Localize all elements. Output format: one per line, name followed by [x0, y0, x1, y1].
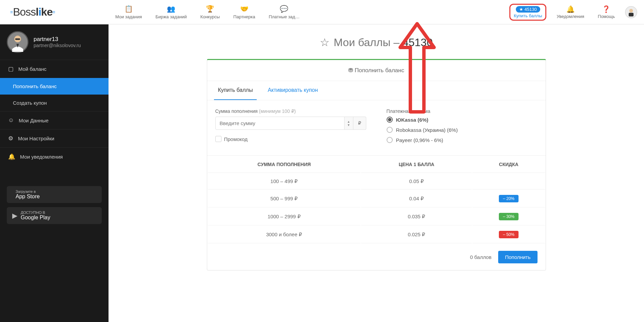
payment-label: Payeer (0,96% - 6%): [396, 137, 443, 143]
cell-discount: – 20%: [472, 190, 545, 207]
discount-badge: – 30%: [499, 213, 519, 220]
radio-icon: [387, 127, 393, 133]
discount-badge: – 50%: [499, 231, 519, 238]
nav-label: Мои задания: [115, 14, 142, 19]
main-nav: 📋 Мои задания 👥 Биржа заданий 🏆 Конкурсы…: [109, 0, 509, 24]
profile-email: partner@niksolovov.ru: [34, 43, 81, 48]
sidebar-label: Мои Данные: [19, 118, 48, 123]
bell-icon: 🔔: [8, 153, 15, 160]
radio-icon: [387, 137, 393, 143]
sidebar-item-topup[interactable]: Пополнить баланс: [0, 78, 109, 95]
play-icon: ▶: [12, 212, 17, 220]
avatar-icon: [8, 32, 27, 52]
store-hint: Загрузите в: [16, 189, 40, 194]
googleplay-badge[interactable]: ▶ ДОСТУПНО ВGoogle Play: [7, 207, 102, 224]
promo-label: Промокод: [224, 136, 248, 142]
topup-button[interactable]: Пополнить: [498, 251, 537, 263]
people-icon: 👥: [167, 5, 175, 13]
gear-icon: ⚙: [8, 135, 13, 142]
cell-amount: 3000 и более ₽: [208, 226, 361, 243]
card-header: ⛃ Пополнить баланс: [207, 60, 546, 81]
checkbox-icon: [215, 136, 221, 142]
discount-badge: – 20%: [499, 195, 519, 202]
nav-label: Биржа заданий: [156, 14, 187, 19]
chat-money-icon: 💬: [280, 5, 288, 13]
appstore-badge[interactable]: Загрузите вApp Store: [7, 186, 102, 203]
form-section: Сумма пополнения (минимум 100 ₽) ▲▼ ₽ Пр…: [207, 100, 546, 156]
payment-option-payeer[interactable]: Payeer (0,96% - 6%): [387, 137, 538, 143]
card-header-text: Пополнить баланс: [355, 67, 404, 74]
top-header: = Bosslike = 📋 Мои задания 👥 Биржа задан…: [0, 0, 644, 24]
avatar-menu[interactable]: [625, 6, 637, 18]
sidebar-item-notifications[interactable]: 🔔 Мои уведомления: [0, 147, 109, 166]
content-card: ⛃ Пополнить баланс Купить баллы Активиро…: [207, 59, 546, 270]
amount-label: Сумма пополнения (минимум 100 ₽): [215, 108, 366, 114]
store-hint: ДОСТУПНО В: [21, 210, 50, 215]
nav-my-tasks[interactable]: 📋 Мои задания: [109, 0, 149, 24]
currency-label: ₽: [353, 117, 366, 130]
sidebar-item-my-data[interactable]: ☺ Мои Данные: [0, 111, 109, 129]
main-content: ☆ Мои баллы – 45130 ⛃ Пополнить баланс К…: [109, 24, 644, 322]
cell-price: 0.05 ₽: [361, 174, 472, 189]
amount-input[interactable]: [215, 117, 345, 130]
cell-price: 0.035 ₽: [361, 208, 472, 225]
svg-rect-5: [15, 38, 20, 40]
points-value: 45130: [525, 7, 537, 12]
sidebar-item-settings[interactable]: ⚙ Мои Настройки: [0, 129, 109, 147]
title-text: Мои баллы –: [334, 36, 399, 49]
amount-spinner[interactable]: ▲▼: [345, 117, 353, 130]
store-badges: Загрузите вApp Store ▶ ДОСТУПНО ВGoogle …: [0, 179, 109, 235]
cell-amount: 1000 – 2999 ₽: [208, 208, 361, 225]
nav-contests[interactable]: 🏆 Конкурсы: [194, 0, 227, 24]
layout: partner13 partner@niksolovov.ru ▢ Мой ба…: [0, 24, 644, 322]
cell-discount: – 50%: [472, 226, 545, 243]
nav-paid-tasks[interactable]: 💬 Платные зад…: [262, 0, 306, 24]
sidebar-label: Мои Настройки: [18, 136, 54, 141]
wallet-icon: ▢: [8, 65, 14, 73]
col-discount: СКИДКА: [472, 156, 545, 173]
points-box[interactable]: ★ 45130 Купить баллы: [509, 4, 547, 21]
cell-price: 0.025 ₽: [361, 226, 472, 243]
sidebar-item-create-coupon[interactable]: Создать купон: [0, 95, 109, 111]
star-outline-icon: ☆: [320, 36, 330, 49]
payment-option-robokassa[interactable]: Robokassa (Украина) (6%): [387, 127, 538, 133]
logo[interactable]: = Bosslike =: [0, 6, 109, 18]
cell-amount: 500 – 999 ₽: [208, 190, 361, 207]
sidebar-label: Пополнить баланс: [13, 83, 57, 89]
header-right: ★ 45130 Купить баллы 🔔 Уведомления ❓ Пом…: [509, 4, 644, 21]
table-row: 500 – 999 ₽ 0.04 ₽ – 20%: [208, 190, 545, 207]
table-row: 1000 – 2999 ₽ 0.035 ₽ – 30%: [208, 208, 545, 225]
pricing-table: СУММА ПОПОЛНЕНИЯ ЦЕНА 1 БАЛЛА СКИДКА 100…: [207, 156, 546, 244]
sidebar-label: Мои уведомления: [20, 154, 63, 160]
bell-icon: 🔔: [566, 5, 575, 13]
payment-option-yukassa[interactable]: ЮKassa (6%): [387, 117, 538, 123]
cell-price: 0.04 ₽: [361, 190, 472, 207]
sidebar-label: Создать купон: [13, 100, 47, 106]
svg-point-1: [629, 9, 633, 13]
clipboard-icon: 📋: [124, 5, 133, 13]
sidebar: partner13 partner@niksolovov.ru ▢ Мой ба…: [0, 24, 109, 322]
profile-avatar[interactable]: [7, 31, 28, 53]
page-title: ☆ Мои баллы – 45130: [122, 36, 630, 49]
nav-help[interactable]: ❓ Помощь: [591, 5, 622, 19]
col-amount: СУММА ПОПОЛНЕНИЯ: [208, 156, 361, 173]
promo-checkbox[interactable]: Промокод: [215, 136, 366, 142]
nav-affiliate[interactable]: 🤝 Партнерка: [227, 0, 262, 24]
nav-label: Помощь: [598, 14, 615, 19]
payment-label: ЮKassa (6%): [396, 117, 429, 123]
nav-notifications[interactable]: 🔔 Уведомления: [550, 5, 591, 19]
cell-discount: – 30%: [472, 208, 545, 225]
store-name: App Store: [16, 194, 40, 200]
profile-name: partner13: [34, 36, 81, 43]
tab-buy-points[interactable]: Купить баллы: [214, 81, 257, 100]
star-icon: ★: [519, 7, 523, 12]
nav-task-exchange[interactable]: 👥 Биржа заданий: [149, 0, 194, 24]
tab-activate-coupon[interactable]: Активировать купон: [264, 81, 322, 100]
col-price: ЦЕНА 1 БАЛЛА: [361, 156, 472, 173]
nav-label: Конкурсы: [200, 14, 220, 19]
sidebar-item-balance[interactable]: ▢ Мой баланс: [0, 60, 109, 78]
coins-icon: ⛃: [348, 67, 353, 74]
avatar-icon: [626, 7, 637, 18]
profile-block: partner13 partner@niksolovov.ru: [0, 24, 109, 60]
svg-rect-2: [629, 13, 633, 16]
